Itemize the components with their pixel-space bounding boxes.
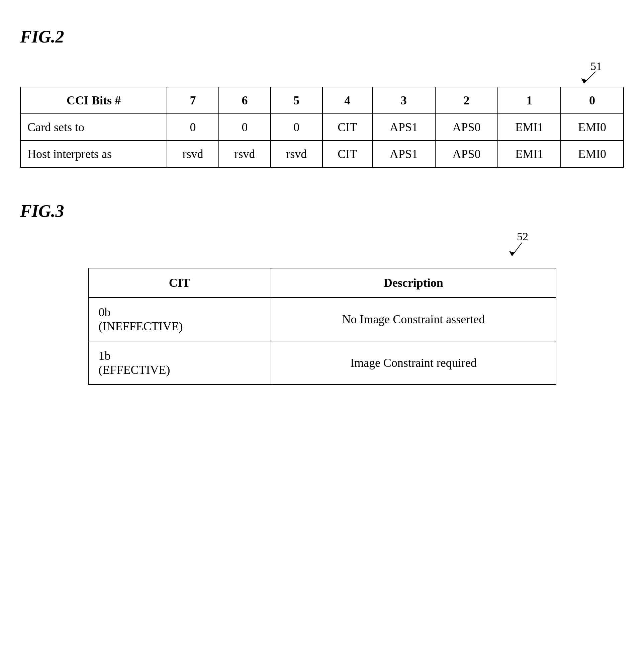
fig2-row2-val-2: APS0 — [435, 141, 498, 167]
fig2-arrow-svg: 51 — [524, 60, 624, 87]
fig2-row2: Host interprets as rsvd rsvd rsvd CIT AP… — [20, 141, 624, 167]
fig2-row2-val-3: APS1 — [372, 141, 435, 167]
fig2-row1-val-5: 0 — [271, 114, 323, 141]
fig2-header-row: CCI Bits # 7 6 5 4 3 2 1 0 — [20, 87, 624, 114]
fig3-row2-col1: 1b (EFFECTIVE) — [88, 341, 271, 385]
fig2-col-header-1: 1 — [498, 87, 561, 114]
fig2-ref-number-label: 51 — [591, 60, 602, 72]
fig2-col-header-3: 3 — [372, 87, 435, 114]
fig3-row2-col2: Image Constraint required — [271, 341, 556, 385]
fig3-col1-header: CIT — [88, 268, 271, 297]
fig3-ref-number-label: 52 — [517, 231, 528, 243]
fig2-row1-val-0: EMI0 — [561, 114, 624, 141]
fig2-row1-val-7: 0 — [167, 114, 219, 141]
fig2-row2-val-4: CIT — [323, 141, 372, 167]
fig3-arrow-head — [509, 251, 514, 256]
fig2-row2-val-0: EMI0 — [561, 141, 624, 167]
fig2-col-header-4: 4 — [323, 87, 372, 114]
fig2-row1-label: Card sets to — [20, 114, 167, 141]
fig2-row2-label: Host interprets as — [20, 141, 167, 167]
fig3-row1-col1: 0b (INEFFECTIVE) — [88, 297, 271, 341]
fig3-ref-container: 52 — [20, 231, 624, 261]
fig2-row1-val-3: APS1 — [372, 114, 435, 141]
fig2-row2-val-7: rsvd — [167, 141, 219, 167]
fig3-section: FIG.3 52 CIT Description 0b (INEFFECTIVE… — [20, 201, 624, 385]
fig2-col-header-6: 6 — [219, 87, 271, 114]
fig2-col-header-label: CCI Bits # — [20, 87, 167, 114]
fig3-table: CIT Description 0b (INEFFECTIVE) No Imag… — [88, 268, 556, 385]
fig2-col-header-5: 5 — [271, 87, 323, 114]
fig3-col2-header: Description — [271, 268, 556, 297]
fig3-row2-col1-line1: 1b — [99, 349, 111, 362]
fig2-title: FIG.2 — [20, 27, 624, 47]
fig3-row1-col2: No Image Constraint asserted — [271, 297, 556, 341]
fig2-table: CCI Bits # 7 6 5 4 3 2 1 0 Card sets to — [20, 87, 624, 168]
fig2-row1: Card sets to 0 0 0 CIT APS1 APS0 EMI1 EM… — [20, 114, 624, 141]
fig2-row2-val-6: rsvd — [219, 141, 271, 167]
fig2-ref-container: 51 — [20, 60, 624, 87]
fig3-title: FIG.3 — [20, 201, 624, 221]
fig2-col-header-0: 0 — [561, 87, 624, 114]
fig2-arrow-line — [584, 71, 595, 83]
fig2-section: FIG.2 51 CCI Bits # 7 6 5 4 — [20, 27, 624, 168]
fig3-row2: 1b (EFFECTIVE) Image Constraint required — [88, 341, 556, 385]
fig2-col-header-7: 7 — [167, 87, 219, 114]
fig3-table-wrapper: CIT Description 0b (INEFFECTIVE) No Imag… — [20, 268, 624, 385]
fig2-row1-val-4: CIT — [323, 114, 372, 141]
fig2-col-header-2: 2 — [435, 87, 498, 114]
fig3-row2-col1-line2: (EFFECTIVE) — [99, 363, 170, 376]
fig2-row1-val-2: APS0 — [435, 114, 498, 141]
fig2-row1-val-6: 0 — [219, 114, 271, 141]
fig2-header-area: 51 CCI Bits # 7 6 5 4 3 2 1 — [20, 56, 624, 168]
fig2-arrow-head — [581, 78, 587, 83]
fig3-row1-col1-line2: (INEFFECTIVE) — [99, 320, 183, 333]
fig3-row1-col1-line1: 0b — [99, 306, 111, 319]
fig3-arrow-svg: 52 — [457, 231, 557, 261]
fig2-row2-val-1: EMI1 — [498, 141, 561, 167]
fig3-header-row: CIT Description — [88, 268, 556, 297]
fig3-row1: 0b (INEFFECTIVE) No Image Constraint ass… — [88, 297, 556, 341]
fig2-row2-val-5: rsvd — [271, 141, 323, 167]
fig2-table-section: CCI Bits # 7 6 5 4 3 2 1 0 Card sets to — [20, 87, 624, 168]
fig2-row1-val-1: EMI1 — [498, 114, 561, 141]
